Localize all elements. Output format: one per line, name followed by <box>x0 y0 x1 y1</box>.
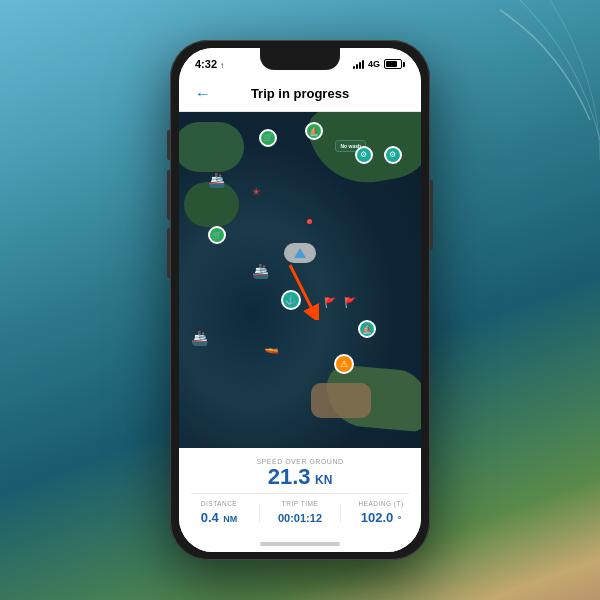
teal-pin-gear-icon: ⚙ <box>355 146 373 164</box>
heading-arrow-icon <box>294 248 306 258</box>
phone-device: 4:32 ↑ 4G <box>170 40 430 560</box>
phone-shell: 4:32 ↑ 4G <box>170 40 430 560</box>
trip-time-value: 00:01:12 <box>278 512 322 524</box>
status-icons: 4G <box>353 59 405 69</box>
map-marker-boat-1[interactable]: ⛵ <box>305 122 323 140</box>
map-marker-settings-1[interactable]: ⚙ <box>355 146 373 164</box>
volume-down-button <box>167 228 170 278</box>
teal-boat-pin-icon: ⛵ <box>358 320 376 338</box>
trip-time-metric: TRIP TIME 00:01:12 <box>260 500 340 526</box>
green-pin-boat-icon: ⛵ <box>305 122 323 140</box>
stats-panel: SPEED OVER GROUND 21.3 KN DISTANCE 0.4 N… <box>179 448 421 536</box>
land-mass-top-left <box>179 122 244 172</box>
red-star-icon: ✭ <box>252 186 260 197</box>
distance-label: DISTANCE <box>179 500 259 507</box>
status-time: 4:32 ↑ <box>195 58 224 70</box>
land-bottom-mid <box>311 383 371 418</box>
anchor-marker[interactable]: ⚓ <box>281 290 301 310</box>
land-mass-mid-left <box>184 182 239 227</box>
trip-time-label: TRIP TIME <box>260 500 340 507</box>
red-star-marker: ✭ <box>252 186 260 197</box>
yellow-flag-icon-2: 🚩 <box>344 297 356 308</box>
yellow-flag-2: 🚩 <box>344 297 356 308</box>
navigation-bar: ← Trip in progress <box>179 76 421 112</box>
warning-pin-icon: ⚠ <box>334 354 354 374</box>
heading-unit: ° <box>398 514 402 524</box>
power-button <box>430 180 433 250</box>
home-bar <box>179 536 421 552</box>
map-marker-settings-2[interactable]: ⚙ <box>384 146 402 164</box>
heading-arrow-circle <box>284 243 316 263</box>
map-marker-shop-1[interactable]: 🛒 <box>259 129 277 147</box>
heading-label: HEADING (T) <box>341 500 421 507</box>
map-marker-shop-2[interactable]: 🛒 <box>208 226 226 244</box>
ship-icon-1: 🚢 <box>208 172 225 188</box>
speedboat-icon: 🚤 <box>264 340 279 354</box>
page-title-text: Trip in progress <box>251 86 349 101</box>
home-bar-indicator <box>260 542 340 546</box>
battery-icon <box>384 59 405 69</box>
yellow-flag-1: 🚩 <box>324 297 336 308</box>
ship-icon-3: 🚢 <box>191 330 208 346</box>
yellow-flag-icon-1: 🚩 <box>324 297 336 308</box>
distance-display: 0.4 NM <box>179 508 259 526</box>
volume-up-button <box>167 170 170 220</box>
signal-strength-icon <box>353 59 364 69</box>
teal-pin-gear-icon-2: ⚙ <box>384 146 402 164</box>
map-view[interactable]: No wash ✭ 🛒 ⛵ ⚙ ⚙ <box>179 112 421 448</box>
ship-icon-2: 🚢 <box>252 263 269 279</box>
phone-notch <box>260 48 340 70</box>
green-pin-icon: 🛒 <box>259 129 277 147</box>
location-arrow-icon: ↑ <box>220 61 224 70</box>
teal-boat-marker[interactable]: ⛵ <box>358 320 376 338</box>
anchor-icon: ⚓ <box>285 295 296 305</box>
trip-time-display: 00:01:12 <box>260 508 340 526</box>
metrics-row: DISTANCE 0.4 NM TRIP TIME 00:01:12 <box>179 494 421 526</box>
heading-value: 102.0 <box>361 510 394 525</box>
network-type-label: 4G <box>368 59 380 69</box>
volume-silent-button <box>167 130 170 160</box>
back-arrow-icon: ← <box>195 85 211 103</box>
warning-marker[interactable]: ⚠ <box>334 354 354 374</box>
speed-unit: KN <box>315 473 332 487</box>
clock-display: 4:32 <box>195 58 217 70</box>
heading-display: 102.0 ° <box>341 508 421 526</box>
heading-indicator <box>284 243 316 263</box>
speed-section: SPEED OVER GROUND 21.3 KN <box>191 456 409 494</box>
back-button[interactable]: ← <box>191 82 215 106</box>
phone-screen: 4:32 ↑ 4G <box>179 48 421 552</box>
distance-metric: DISTANCE 0.4 NM <box>179 500 259 526</box>
bg-decoration <box>400 0 600 200</box>
distance-unit: NM <box>223 514 237 524</box>
distance-value: 0.4 <box>201 510 219 525</box>
green-pin-shop-icon: 🛒 <box>208 226 226 244</box>
speed-value: 21.3 <box>268 464 311 489</box>
heading-metric: HEADING (T) 102.0 ° <box>341 500 421 526</box>
speed-display: 21.3 KN <box>191 465 409 489</box>
